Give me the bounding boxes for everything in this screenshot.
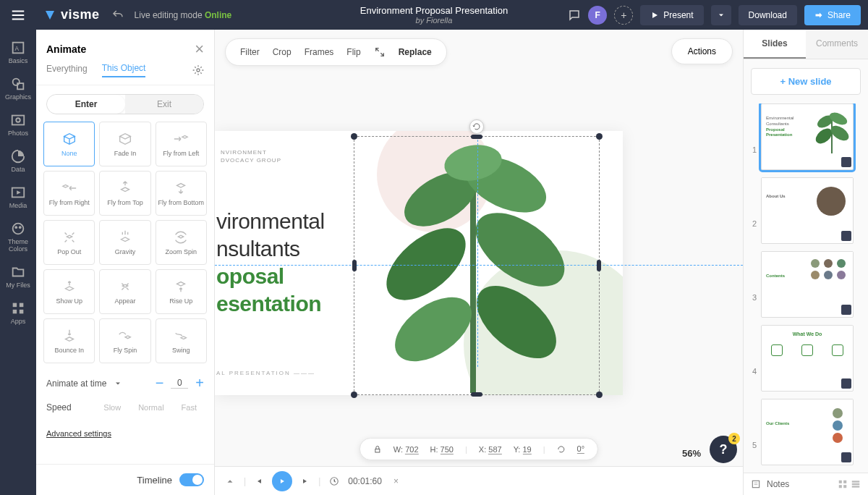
svg-rect-35	[852, 486, 860, 487]
thumb-action-icon[interactable]	[841, 305, 851, 315]
rail-basics[interactable]: ABasics	[0, 34, 36, 70]
thumb-action-icon[interactable]	[841, 231, 851, 241]
anim-fade-in[interactable]: Fade In	[99, 122, 150, 166]
next-button[interactable]	[301, 477, 310, 486]
list-view-icon[interactable]	[851, 479, 861, 489]
thumb-action-icon[interactable]	[841, 378, 851, 389]
anim-fly-bottom[interactable]: Fly from Bottom	[156, 171, 207, 216]
tab-slides[interactable]: Slides	[744, 30, 806, 59]
svg-point-8	[14, 226, 17, 229]
anim-none[interactable]: None	[43, 122, 95, 166]
svg-rect-10	[13, 303, 17, 308]
speed-slow[interactable]: Slow	[96, 400, 128, 415]
help-badge: 2	[728, 433, 740, 444]
rail-graphics[interactable]: Graphics	[0, 70, 36, 106]
tab-comments[interactable]: Comments	[806, 30, 868, 59]
anim-show-up[interactable]: Show Up	[43, 269, 95, 314]
plant-image[interactable]	[354, 134, 600, 393]
chevron-down-icon[interactable]	[114, 379, 122, 388]
svg-rect-12	[13, 310, 17, 314]
increment-button[interactable]: +	[195, 375, 204, 392]
anim-bounce-in[interactable]: Bounce In	[43, 318, 95, 363]
thumb-action-icon[interactable]	[841, 157, 851, 167]
lock-icon[interactable]	[373, 445, 382, 454]
anim-zoom-spin[interactable]: Zoom Spin	[156, 220, 207, 265]
anim-swing[interactable]: Swing	[156, 318, 207, 363]
animate-time-value[interactable]: 0	[171, 378, 188, 389]
present-button[interactable]: Present	[640, 5, 703, 25]
frames-button[interactable]: Frames	[305, 47, 334, 57]
zoom-level[interactable]: 56%	[682, 448, 701, 459]
rotation-icon[interactable]	[557, 445, 566, 454]
anim-fly-top[interactable]: Fly from Top	[99, 171, 150, 216]
anim-gravity[interactable]: Gravity	[99, 220, 150, 265]
enter-exit-toggle[interactable]: Enter Exit	[46, 94, 204, 114]
svg-rect-29	[839, 481, 842, 483]
tab-this-object[interactable]: This Object	[102, 63, 146, 77]
help-button[interactable]: ? 2	[710, 436, 737, 463]
chat-icon[interactable]	[568, 9, 581, 22]
tab-everything[interactable]: Everything	[46, 64, 88, 77]
collapse-icon[interactable]	[225, 476, 235, 486]
add-user-button[interactable]: +	[614, 6, 633, 25]
rotation-value[interactable]: 0°	[577, 444, 585, 454]
notes-button[interactable]: Notes	[767, 479, 789, 489]
share-button[interactable]: Share	[804, 5, 861, 25]
x-value[interactable]: 587	[488, 445, 501, 454]
present-dropdown[interactable]	[711, 5, 731, 25]
svg-point-9	[19, 226, 22, 229]
height-value[interactable]: 750	[441, 445, 454, 454]
slide-title-line: nsultants	[216, 237, 300, 261]
anim-appear[interactable]: Appear	[99, 269, 150, 314]
download-button[interactable]: Download	[739, 5, 797, 25]
prev-button[interactable]	[255, 477, 263, 486]
svg-point-14	[197, 69, 200, 72]
hamburger-menu[interactable]	[0, 7, 36, 23]
exit-tab[interactable]: Exit	[125, 95, 203, 114]
flip-button[interactable]: Flip	[346, 47, 360, 57]
anim-fly-left[interactable]: Fly from Left	[156, 122, 207, 166]
gear-icon[interactable]	[192, 64, 204, 76]
decrement-button[interactable]: −	[156, 375, 164, 392]
grid-view-icon[interactable]	[838, 479, 848, 489]
width-value[interactable]: 702	[405, 445, 418, 454]
slide-thumb-3[interactable]: Contents	[761, 251, 854, 318]
avatar[interactable]: F	[588, 6, 607, 25]
speed-fast[interactable]: Fast	[174, 400, 204, 415]
anim-fly-spin[interactable]: Fly Spin	[99, 318, 150, 363]
clear-time-icon[interactable]: ×	[393, 476, 399, 486]
anim-fly-right[interactable]: Fly from Right	[43, 171, 95, 216]
y-value[interactable]: 19	[523, 445, 532, 454]
slide-thumb-2[interactable]: About Us	[761, 177, 854, 244]
slide-thumb-4[interactable]: What We Do	[761, 325, 854, 392]
slide-thumb-5[interactable]: Our Clients	[761, 399, 854, 465]
speed-normal[interactable]: Normal	[131, 400, 171, 415]
advanced-settings-link[interactable]: Advanced settings	[36, 422, 214, 445]
anim-pop-out[interactable]: Pop Out	[43, 220, 95, 265]
rail-my-files[interactable]: My Files	[0, 258, 36, 295]
rail-apps[interactable]: Apps	[0, 295, 36, 331]
replace-icon	[374, 46, 386, 58]
new-slide-button[interactable]: + New slide	[751, 68, 861, 95]
filter-button[interactable]: Filter	[240, 47, 260, 57]
thumb-action-icon[interactable]	[841, 452, 851, 462]
rail-media[interactable]: Media	[0, 179, 36, 215]
svg-rect-33	[852, 481, 860, 482]
undo-icon[interactable]	[111, 9, 124, 22]
playback-time: 00:01:60	[348, 476, 382, 486]
svg-rect-30	[843, 481, 846, 483]
rail-photos[interactable]: Photos	[0, 106, 36, 143]
svg-point-20	[464, 272, 569, 373]
play-button[interactable]	[272, 471, 292, 491]
close-icon[interactable]: ×	[195, 40, 204, 59]
rail-data[interactable]: Data	[0, 143, 36, 179]
timeline-toggle[interactable]	[179, 473, 204, 486]
crop-button[interactable]: Crop	[273, 47, 292, 57]
anim-rise-up[interactable]: Rise Up	[156, 269, 207, 314]
actions-button[interactable]: Actions	[671, 38, 733, 64]
editing-mode-label: Live editing mode Online	[135, 10, 232, 20]
rail-theme-colors[interactable]: Theme Colors	[0, 215, 36, 258]
replace-button[interactable]: Replace	[399, 47, 432, 57]
slide-thumb-1[interactable]: EnvironmentalConsultantsProposalPresenta…	[761, 103, 854, 170]
enter-tab[interactable]: Enter	[47, 95, 125, 114]
